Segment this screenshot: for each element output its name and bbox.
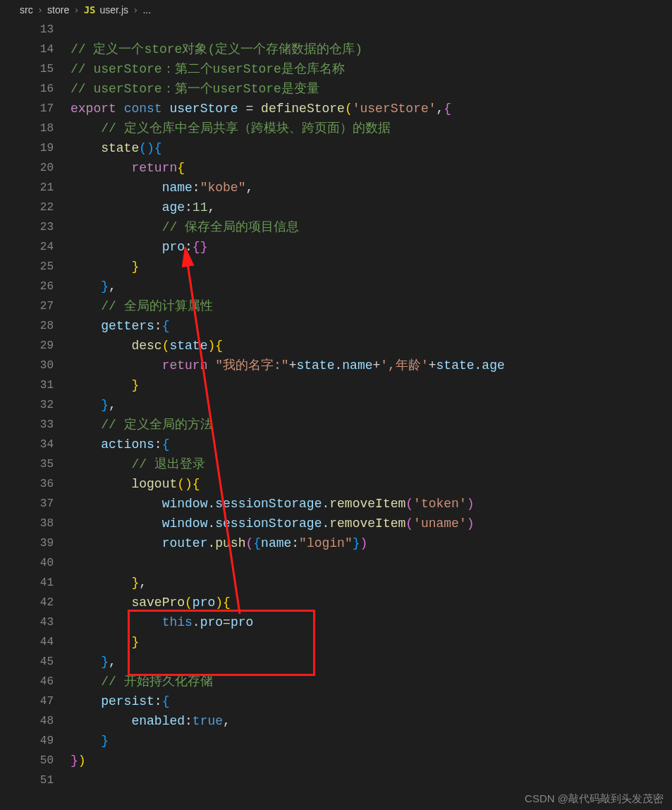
code-line[interactable]: // 定义一个store对象(定义一个存储数据的仓库)	[71, 40, 672, 59]
comment: // 定义一个store对象(定义一个存储数据的仓库)	[71, 42, 362, 56]
breadcrumb-seg-src[interactable]: src	[20, 4, 33, 16]
line-number: 28	[0, 316, 54, 336]
code-line[interactable]: desc(state){	[71, 336, 672, 356]
line-number: 51	[0, 770, 54, 790]
code-line[interactable]: this.pro=pro	[71, 612, 672, 632]
chevron-right-icon: ›	[128, 4, 142, 16]
line-number: 49	[0, 731, 54, 751]
line-number: 43	[0, 612, 54, 632]
line-number: 44	[0, 632, 54, 652]
code-line[interactable]: window.sessionStorage.removeItem('token'…	[71, 494, 672, 514]
line-number: 33	[0, 415, 54, 435]
property: pro	[162, 240, 185, 254]
code-line[interactable]: getters:{	[71, 316, 672, 336]
line-number: 47	[0, 691, 54, 711]
comment: // 开始持久化存储	[101, 675, 212, 689]
code-line[interactable]	[71, 20, 672, 40]
code-line[interactable]: },	[71, 395, 672, 415]
code-line[interactable]: router.push({name:"login"})	[71, 533, 672, 553]
string: "我的名字:"	[215, 358, 288, 373]
line-number: 21	[0, 178, 54, 198]
breadcrumb-seg-file[interactable]: user.js	[100, 4, 128, 16]
method: desc	[131, 339, 161, 353]
code-line[interactable]: pro:{}	[71, 237, 672, 257]
line-number: 29	[0, 336, 54, 356]
method: removeItem	[329, 516, 405, 531]
line-number: 26	[0, 277, 54, 296]
variable: state	[436, 358, 475, 373]
code-line[interactable]: return{	[71, 158, 672, 178]
code-line[interactable]: name:"kobe",	[71, 178, 672, 198]
property: age	[162, 200, 185, 214]
code-line[interactable]: },	[71, 652, 672, 672]
code-line[interactable]: state(){	[71, 138, 672, 158]
operator: =	[223, 615, 231, 629]
code-line[interactable]: })	[71, 751, 672, 770]
line-number: 27	[0, 296, 54, 316]
line-number: 38	[0, 514, 54, 533]
variable: window	[162, 516, 208, 531]
method: savePro	[131, 596, 185, 610]
code-line[interactable]: // 全局的计算属性	[71, 296, 672, 316]
string: 'uname'	[413, 516, 467, 531]
code-line[interactable]: // 开始持久化存储	[71, 672, 672, 691]
chevron-right-icon: ›	[69, 4, 83, 16]
code-line[interactable]: // 退出登录	[71, 454, 672, 474]
breadcrumb-seg-more[interactable]: ...	[142, 4, 151, 16]
property: getters	[101, 319, 154, 333]
breadcrumb[interactable]: src › store › JS user.js › ...	[0, 0, 672, 20]
code-line[interactable]: window.sessionStorage.removeItem('uname'…	[71, 514, 672, 533]
line-number: 18	[0, 119, 54, 138]
method: .push	[207, 536, 245, 550]
comment: // userStore：第二个userStore是仓库名称	[71, 62, 345, 76]
code-line[interactable]	[71, 553, 672, 573]
code-line[interactable]: }	[71, 731, 672, 751]
code-line[interactable]: export const userStore = defineStore('us…	[71, 99, 672, 119]
code-line[interactable]: persist:{	[71, 691, 672, 711]
keyword: return	[162, 358, 208, 373]
code-line[interactable]: age:11,	[71, 198, 672, 217]
variable: state	[296, 358, 334, 373]
line-number: 32	[0, 395, 54, 415]
code-line[interactable]: savePro(pro){	[71, 593, 672, 612]
code-area[interactable]: // 定义一个store对象(定义一个存储数据的仓库) // userStore…	[71, 20, 672, 810]
line-number-gutter: 13 14 15 16 17 18 19 20 21 22 23 24 25 2…	[0, 20, 71, 810]
code-line[interactable]: },	[71, 277, 672, 296]
property: .age	[475, 358, 505, 373]
property: enabled	[131, 714, 185, 728]
code-line[interactable]: logout(){	[71, 474, 672, 494]
property: persist	[101, 694, 154, 708]
boolean: true	[193, 714, 223, 728]
line-number: 42	[0, 593, 54, 612]
code-line[interactable]: // userStore：第二个userStore是仓库名称	[71, 59, 672, 79]
js-file-icon: JS	[84, 4, 96, 16]
code-line[interactable]: // 定义全局的方法	[71, 415, 672, 435]
line-number: 46	[0, 672, 54, 691]
code-line[interactable]: },	[71, 573, 672, 593]
code-line[interactable]: }	[71, 632, 672, 652]
variable: window	[162, 497, 208, 511]
code-line[interactable]: return "我的名字:"+state.name+',年龄'+state.ag…	[71, 356, 672, 375]
string: 'token'	[413, 497, 467, 511]
line-number: 14	[0, 40, 54, 59]
code-line[interactable]: // 定义仓库中全局共享（跨模块、跨页面）的数据	[71, 119, 672, 138]
code-line[interactable]: enabled:true,	[71, 711, 672, 731]
code-line[interactable]	[71, 770, 672, 790]
line-number: 50	[0, 751, 54, 770]
line-number: 15	[0, 59, 54, 79]
code-line[interactable]: }	[71, 375, 672, 395]
line-number: 31	[0, 375, 54, 395]
function-call: defineStore	[261, 102, 345, 116]
param: state	[169, 339, 207, 353]
line-number: 16	[0, 79, 54, 99]
code-line[interactable]: // 保存全局的项目信息	[71, 217, 672, 237]
code-editor[interactable]: 13 14 15 16 17 18 19 20 21 22 23 24 25 2…	[0, 20, 672, 810]
code-line[interactable]: }	[71, 257, 672, 277]
method: logout	[131, 477, 177, 491]
breadcrumb-seg-store[interactable]: store	[47, 4, 69, 16]
property: name	[261, 536, 291, 550]
line-number: 48	[0, 711, 54, 731]
keyword: export	[71, 102, 116, 116]
code-line[interactable]: // userStore：第一个userStore是变量	[71, 79, 672, 99]
code-line[interactable]: actions:{	[71, 435, 672, 454]
